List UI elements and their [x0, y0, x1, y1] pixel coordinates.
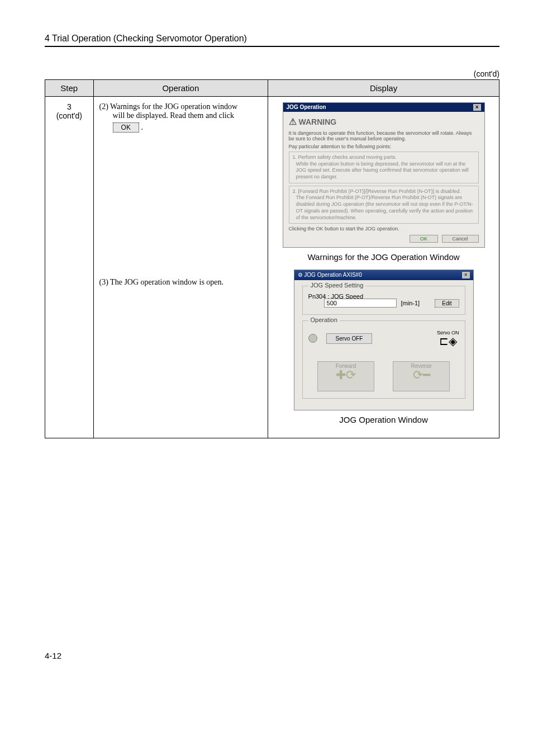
warning-label: WARNING — [299, 117, 337, 126]
warn-box2-text: The Forward Run Prohibit (P-OT)/Reverse … — [296, 195, 475, 221]
page-number: 4-12 — [45, 651, 499, 660]
jog-warning-dialog: JOG Operation × ⚠ WARNING It is dangerou… — [283, 102, 485, 248]
dialog1-caption: Warnings for the JOG Operation Window — [274, 252, 493, 262]
dialog-ok-button[interactable]: OK — [410, 235, 438, 243]
jog-operation-dialog: ⚙ JOG Operation AXIS#0 × JOG Speed Setti… — [294, 270, 474, 410]
close-icon[interactable]: × — [462, 272, 470, 278]
header-operation: Operation — [93, 80, 268, 97]
warn-text-2: Pay particular attention to the followin… — [289, 144, 479, 149]
forward-button[interactable]: Forward ✚⟳ — [317, 361, 374, 391]
header-step: Step — [45, 80, 94, 97]
warn-box1-head: 1. Perform safety checks around moving p… — [293, 154, 475, 161]
edit-button[interactable]: Edit — [435, 299, 459, 308]
dialog2-caption: JOG Operation Window — [274, 415, 493, 424]
gear-icon: ⚙ — [298, 272, 303, 278]
dialog-cancel-button[interactable]: Cancel — [442, 235, 479, 243]
dialog-title: JOG Operation — [287, 104, 326, 111]
op-text-1b: will be displayed. Read them and click — [99, 111, 263, 120]
warn-box-1: 1. Perform safety checks around moving p… — [289, 152, 479, 183]
contd-label: (cont'd) — [45, 69, 499, 78]
legend-operation: Operation — [308, 316, 340, 323]
chapter-title: 4 Trial Operation (Checking Servomotor O… — [45, 34, 499, 44]
step-cell: 3 (cont'd) — [45, 97, 94, 438]
op-period: . — [141, 123, 143, 131]
warn-text-1: It is dangerous to operate this function… — [289, 130, 479, 141]
dialog2-title: ⚙ JOG Operation AXIS#0 — [298, 272, 362, 278]
operation-fieldset: Operation Servo OFF Servo ON ⊏◈ — [302, 320, 465, 399]
servo-on-icon: ⊏◈ — [437, 336, 459, 347]
servo-off-button[interactable]: Servo OFF — [326, 333, 373, 344]
warning-icon: ⚠ — [289, 116, 297, 127]
close-icon[interactable]: × — [473, 104, 481, 111]
procedure-table: Step Operation Display 3 (cont'd) (2) Wa… — [45, 79, 499, 438]
reverse-button[interactable]: Reverse ⟳━ — [393, 361, 450, 391]
warn-box-2: 2. [Forward Run Prohibit (P-OT)]/[Revers… — [289, 186, 479, 224]
display-cell: JOG Operation × ⚠ WARNING It is dangerou… — [268, 97, 499, 438]
jog-speed-input[interactable]: 500 — [324, 299, 397, 308]
step-contd: (cont'd) — [51, 111, 88, 120]
jog-speed-fieldset: JOG Speed Setting Pn304 : JOG Speed 500 … — [302, 286, 465, 315]
warn-text-3: Clicking the OK button to start the JOG … — [289, 226, 479, 231]
reverse-icon: ⟳━ — [393, 369, 449, 381]
forward-icon: ✚⟳ — [318, 369, 374, 381]
title-underline — [45, 46, 499, 47]
warn-box2-head: 2. [Forward Run Prohibit (P-OT)]/[Revers… — [293, 188, 475, 195]
legend-speed: JOG Speed Setting — [308, 282, 366, 289]
warn-box1-text: While the operation button is being depr… — [296, 161, 475, 181]
ok-button-inline[interactable]: OK — [113, 122, 139, 133]
header-display: Display — [268, 80, 499, 97]
unit-label: [min-1] — [401, 300, 420, 306]
op-text-1a: (2) Warnings for the JOG operation windo… — [99, 102, 263, 111]
op-text-2: (3) The JOG operation window is open. — [99, 278, 263, 287]
operation-cell: (2) Warnings for the JOG operation windo… — [93, 97, 268, 438]
servo-indicator-icon — [308, 334, 317, 343]
step-number: 3 — [51, 102, 88, 111]
